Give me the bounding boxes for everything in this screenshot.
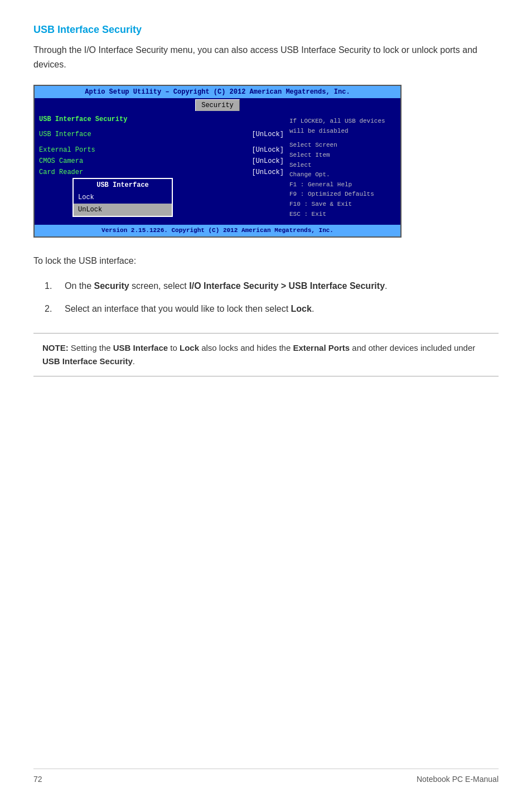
note-text: Setting the USB Interface to Lock also l… (42, 343, 475, 366)
shortcut-f9: F9 : Optimized Defaults (289, 190, 394, 200)
bios-main-area: USB Interface Security USB Interface [Un… (35, 111, 400, 225)
step-1-num: 1. (45, 279, 58, 293)
bios-section-label: USB Interface Security (39, 114, 284, 124)
bios-label-card-reader: Card Reader (39, 167, 83, 177)
footer-title: Notebook PC E-Manual (417, 774, 499, 785)
bios-header: Aptio Setup Utility – Copyright (C) 2012… (35, 86, 400, 98)
bios-value-usb-interface: [UnLock] (252, 129, 284, 139)
step-1: 1. On the Security screen, select I/O In… (45, 279, 499, 293)
bios-value-external-ports: [UnLock] (252, 145, 284, 155)
bios-popup-usb-interface: USB Interface Lock UnLock (72, 178, 173, 217)
bios-row-usb-interface: USB Interface [UnLock] (39, 129, 284, 140)
note-label: NOTE: (42, 343, 69, 352)
shortcut-f10: F10 : Save & Exit (289, 200, 394, 210)
bios-shortcuts: Select Screen Select Item Select Change … (289, 141, 394, 219)
shortcut-select: Select (289, 161, 394, 171)
bios-tab-security: Security (195, 99, 240, 111)
bios-popup-title: USB Interface (74, 179, 172, 191)
bios-help-text: If LOCKED, all USB devices will be disab… (289, 117, 394, 136)
bios-row-external-ports: External Ports [UnLock] (39, 144, 284, 156)
shortcut-f1: F1 : General Help (289, 180, 394, 190)
bios-screenshot: Aptio Setup Utility – Copyright (C) 2012… (33, 85, 402, 237)
shortcut-esc: ESC : Exit (289, 210, 394, 220)
bios-footer: Version 2.15.1226. Copyright (C) 2012 Am… (35, 225, 400, 236)
page-footer: 72 Notebook PC E-Manual (33, 769, 499, 785)
bios-row-card-reader: Card Reader [UnLock] (39, 167, 284, 178)
step-2: 2. Select an interface that you would li… (45, 302, 499, 316)
bios-row-cmos-camera: CMOS Camera [UnLock] (39, 156, 284, 167)
lock-intro: To lock the USB interface: (33, 254, 499, 268)
footer-page-num: 72 (33, 774, 42, 785)
shortcut-select-item: Select Item (289, 151, 394, 161)
bios-label-cmos-camera: CMOS Camera (39, 156, 83, 166)
note-box: NOTE: Setting the USB Interface to Lock … (33, 333, 499, 376)
bios-label-usb-interface: USB Interface (39, 129, 91, 139)
page-title: USB Interface Security (33, 22, 499, 37)
step-2-text: Select an interface that you would like … (65, 302, 314, 316)
bios-popup-item-unlock[interactable]: UnLock (74, 204, 172, 216)
bios-left-panel: USB Interface Security USB Interface [Un… (39, 114, 284, 221)
bios-popup-item-lock[interactable]: Lock (74, 191, 172, 204)
shortcut-select-screen: Select Screen (289, 141, 394, 151)
bios-tab-row: Security (35, 98, 400, 111)
bios-value-card-reader: [UnLock] (252, 167, 284, 177)
bios-right-panel: If LOCKED, all USB devices will be disab… (287, 114, 396, 221)
step-1-text: On the Security screen, select I/O Inter… (65, 279, 388, 293)
bios-label-external-ports: External Ports (39, 145, 95, 155)
step-2-num: 2. (45, 302, 58, 316)
intro-text: Through the I/O Interface Security menu,… (33, 43, 499, 71)
steps-list: 1. On the Security screen, select I/O In… (45, 279, 499, 316)
bios-value-cmos-camera: [UnLock] (252, 156, 284, 166)
shortcut-change-opt: Change Opt. (289, 170, 394, 180)
